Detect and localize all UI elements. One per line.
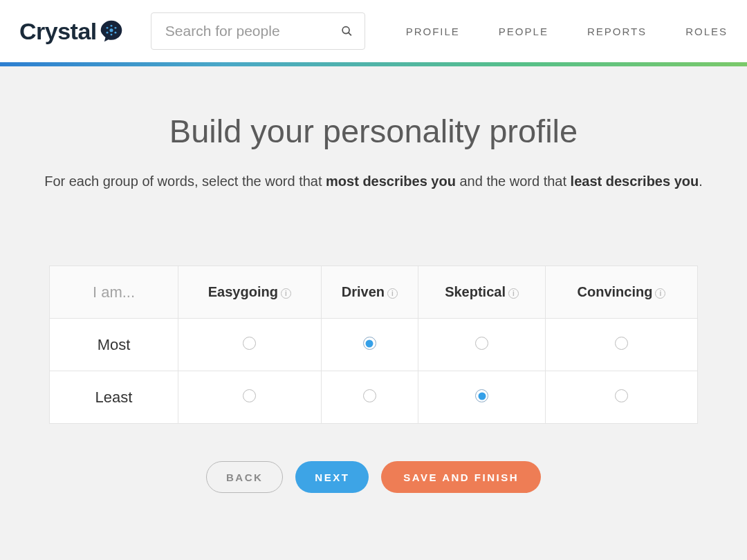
- svg-point-0: [109, 28, 113, 32]
- info-icon[interactable]: i: [508, 288, 519, 299]
- svg-point-2: [110, 34, 112, 36]
- word-label: Convincing: [578, 284, 653, 299]
- svg-point-3: [106, 27, 108, 29]
- next-button[interactable]: NEXT: [295, 461, 369, 493]
- svg-point-4: [114, 27, 116, 29]
- main-nav: PROFILE PEOPLE REPORTS ROLES: [406, 26, 728, 37]
- quiz-row-most: Most: [50, 319, 698, 371]
- radio-least-1[interactable]: [363, 389, 376, 402]
- search-container: [151, 12, 365, 50]
- radio-cell: [418, 319, 546, 371]
- radio-cell: [546, 371, 698, 424]
- word-label: Skeptical: [445, 284, 506, 299]
- info-icon[interactable]: i: [281, 288, 291, 299]
- crystal-logo-icon: [100, 19, 123, 43]
- quiz-table: I am... Easygoingi Driveni Skepticali Co…: [49, 265, 698, 424]
- radio-cell: [321, 319, 418, 371]
- radio-least-3[interactable]: [615, 389, 628, 402]
- radio-cell: [321, 371, 418, 424]
- subtitle-text: For each group of words, select the word…: [44, 174, 326, 189]
- page-title: Build your personality profile: [0, 112, 747, 150]
- nav-link-people[interactable]: PEOPLE: [499, 26, 548, 37]
- svg-line-8: [348, 32, 351, 35]
- word-header-3: Convincingi: [546, 266, 698, 319]
- quiz-row-least: Least: [50, 371, 698, 424]
- row-label: Most: [50, 319, 178, 371]
- radio-most-2[interactable]: [475, 337, 488, 350]
- word-label: Driven: [342, 284, 385, 299]
- main-content: Build your personality profile For each …: [0, 66, 747, 560]
- svg-point-7: [342, 27, 349, 34]
- radio-cell: [418, 371, 546, 424]
- back-button[interactable]: BACK: [206, 461, 283, 493]
- top-navigation: Crystal PROFILE PEOPLE REPORTS ROLES: [0, 0, 747, 62]
- save-and-finish-button[interactable]: SAVE AND FINISH: [381, 461, 541, 493]
- subtitle-strong-least: least describes you: [571, 174, 699, 189]
- word-label: Easygoing: [208, 284, 278, 299]
- radio-cell: [546, 319, 698, 371]
- word-header-0: Easygoingi: [178, 266, 322, 319]
- word-header-2: Skepticali: [418, 266, 546, 319]
- row-label: Least: [50, 371, 178, 424]
- subtitle-suffix: .: [699, 174, 703, 189]
- search-icon[interactable]: [341, 26, 353, 37]
- radio-cell: [178, 371, 322, 424]
- search-input[interactable]: [151, 12, 365, 50]
- svg-point-6: [114, 32, 116, 34]
- subtitle-mid: and the word that: [456, 174, 571, 189]
- quiz-header-row: I am... Easygoingi Driveni Skepticali Co…: [50, 266, 698, 319]
- info-icon[interactable]: i: [655, 288, 665, 299]
- nav-link-profile[interactable]: PROFILE: [406, 26, 460, 37]
- svg-point-1: [110, 25, 112, 27]
- button-row: BACK NEXT SAVE AND FINISH: [0, 461, 747, 493]
- radio-most-0[interactable]: [243, 337, 256, 350]
- radio-most-1[interactable]: [363, 337, 376, 350]
- radio-least-2[interactable]: [475, 389, 488, 402]
- subtitle-strong-most: most describes you: [326, 174, 456, 189]
- nav-link-reports[interactable]: REPORTS: [587, 26, 647, 37]
- quiz-body: MostLeast: [50, 319, 698, 424]
- info-icon[interactable]: i: [387, 288, 398, 299]
- corner-label: I am...: [50, 266, 178, 319]
- brand-name: Crystal: [19, 18, 97, 45]
- nav-link-roles[interactable]: ROLES: [685, 26, 728, 37]
- brand-logo[interactable]: Crystal: [19, 18, 123, 45]
- svg-point-5: [106, 32, 108, 34]
- radio-cell: [178, 319, 322, 371]
- radio-least-0[interactable]: [243, 389, 256, 402]
- radio-most-3[interactable]: [615, 337, 628, 350]
- page-subtitle: For each group of words, select the word…: [0, 174, 747, 189]
- word-header-1: Driveni: [321, 266, 418, 319]
